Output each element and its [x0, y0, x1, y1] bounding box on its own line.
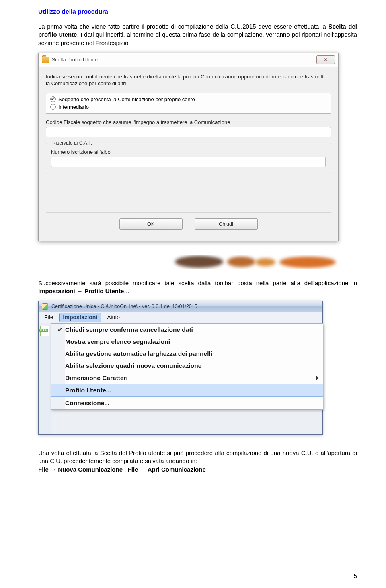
folder-icon	[42, 57, 49, 63]
page-number: 5	[354, 572, 357, 579]
p2-impostazioni: Impostazioni	[38, 288, 75, 294]
dd-dimensione-caratteri[interactable]: Dimensione Caratteri	[51, 372, 323, 384]
menu-file-text: ile	[48, 314, 53, 321]
p2-text: Successivamente sarà possibile modificar…	[38, 280, 357, 286]
close-icon: ✕	[324, 57, 328, 63]
fieldset-caf: Riservato ai C.A.F. Numero iscrizione al…	[46, 143, 331, 174]
fieldset-legend: Riservato ai C.A.F.	[50, 140, 94, 146]
dd-label: Dimensione Caratteri	[65, 374, 128, 382]
app-window-certificazione: Certificazione Unica - C:\UnicoOnLine\ -…	[38, 301, 323, 435]
dd-chiedi-conferma[interactable]: ✔ Chiedi sempre conferma cancellazione d…	[51, 324, 323, 336]
p3-nuova: Nuova Comunicazione	[58, 466, 124, 473]
dd-label: Mostra sempre elenco segnalazioni	[65, 338, 170, 345]
dd-larghezza-pannelli[interactable]: Abilita gestione automatica larghezza de…	[51, 348, 323, 360]
menu-impostazioni[interactable]: Impostazioni	[59, 313, 102, 322]
menu-aiuto[interactable]: Aiuto	[103, 313, 124, 322]
dialog-scelta-profilo: Scelta Profilo Utente ✕ Indica se sei un…	[38, 53, 339, 241]
menu-imp-text: mpostazioni	[64, 314, 97, 321]
dd-label: Abilita gestione automatica larghezza de…	[65, 350, 212, 357]
radio-icon	[50, 104, 56, 110]
cf-input[interactable]	[46, 127, 331, 137]
submenu-arrow-icon	[316, 376, 319, 380]
dd-connessione[interactable]: Connessione...	[51, 397, 323, 409]
p3-file-1: File	[38, 466, 49, 473]
p3-file-2: File	[128, 466, 138, 473]
left-toolbar	[39, 323, 51, 434]
intro-paragraph: La prima volta che viene fatto partire i…	[38, 22, 357, 47]
section-title: Utilizzo della procedura	[38, 8, 357, 15]
radio-group-profilo: ✔ Soggetto che presenta la Comunicazione…	[46, 93, 331, 114]
app-icon	[42, 303, 48, 310]
dd-label: Connessione...	[65, 400, 109, 407]
dd-elenco-segnalazioni[interactable]: Mostra sempre elenco segnalazioni	[51, 336, 323, 348]
dialog-title: Scelta Profilo Utente	[52, 57, 98, 63]
menu-file[interactable]: File	[40, 313, 57, 322]
ok-button[interactable]: OK	[119, 218, 183, 230]
app-titlebar: Certificazione Unica - C:\UnicoOnLine\ -…	[39, 301, 322, 312]
dd-label: Chiedi sempre conferma cancellazione dat…	[65, 326, 193, 333]
radio-icon: ✔	[50, 96, 56, 102]
app-title: Certificazione Unica - C:\UnicoOnLine\ -…	[51, 304, 197, 309]
p3-text: Una volta effettuata la Scelta del Profi…	[38, 449, 357, 464]
check-icon: ✔	[55, 327, 65, 333]
radio-label-intermediario: Intermediario	[58, 104, 89, 110]
dialog-instructions: Indica se sei un contribuente che trasme…	[46, 74, 331, 87]
menubar: File Impostazioni Aiuto	[39, 312, 322, 323]
radio-soggetto[interactable]: ✔ Soggetto che presenta la Comunicazione…	[50, 96, 326, 103]
dd-profilo-utente[interactable]: Profilo Utente...	[51, 384, 323, 397]
arrow-icon: →	[138, 466, 147, 473]
dialog-titlebar: Scelta Profilo Utente ✕	[39, 53, 338, 67]
p3-comma: ,	[124, 466, 127, 473]
p2-profilo-utente: Profilo Utente…	[84, 288, 130, 294]
cf-label: Codice Fiscale soggetto che assume l'imp…	[46, 119, 331, 125]
arrow-icon: →	[75, 288, 84, 294]
intro-text-c: . I dati qui inseriti, al termine di que…	[38, 31, 357, 46]
albo-input[interactable]	[51, 157, 326, 167]
dropdown-impostazioni: ✔ Chiedi sempre conferma cancellazione d…	[51, 323, 323, 410]
decorative-blur	[38, 255, 338, 269]
chiudi-button[interactable]: Chiudi	[195, 218, 258, 230]
paragraph-2: Successivamente sarà possibile modificar…	[38, 279, 357, 296]
dd-selezione-quadri[interactable]: Abilita selezione quadri nuova comunicaz…	[51, 360, 323, 372]
menu-aiuto-text: to	[115, 314, 120, 321]
radio-label-soggetto: Soggetto che presenta la Comunicazione p…	[58, 96, 195, 102]
new-document-icon[interactable]	[40, 326, 49, 336]
dd-label: Abilita selezione quadri nuova comunicaz…	[65, 362, 201, 370]
dd-label: Profilo Utente...	[65, 387, 111, 394]
close-button[interactable]: ✕	[316, 55, 335, 64]
paragraph-3: Una volta effettuata la Scelta del Profi…	[38, 449, 357, 474]
p3-apri: Apri Comunicazione	[148, 466, 206, 473]
intro-text-a: La prima volta che viene fatto partire i…	[38, 23, 328, 30]
radio-intermediario[interactable]: Intermediario	[50, 103, 326, 111]
albo-label: Numero iscrizione all'albo	[51, 149, 326, 155]
arrow-icon: →	[49, 466, 58, 473]
